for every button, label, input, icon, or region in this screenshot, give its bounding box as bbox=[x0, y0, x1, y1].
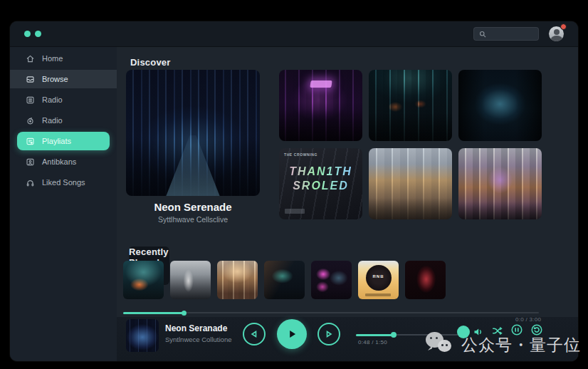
album-tile-4[interactable]: THE CROWNING THAN1TH SROLED bbox=[279, 148, 362, 219]
browse-icon bbox=[26, 75, 35, 84]
sidebar-item-label: Home bbox=[42, 54, 63, 63]
play-button[interactable] bbox=[277, 319, 307, 349]
time-total: 0:0 / 3:00 bbox=[515, 316, 541, 323]
sidebar: Home Browse Radio Radio Playliats bbox=[10, 47, 117, 361]
album-tile-1[interactable] bbox=[279, 70, 362, 141]
titlebar bbox=[10, 21, 578, 47]
album-tile-6[interactable] bbox=[458, 148, 542, 219]
search-icon bbox=[478, 30, 487, 38]
recently-played-row: RNB bbox=[123, 261, 446, 299]
sidebar-item-radio[interactable]: Radio bbox=[10, 111, 117, 130]
notification-badge bbox=[560, 24, 567, 30]
poster-title-line2: SROLED bbox=[279, 180, 362, 192]
search-input[interactable] bbox=[473, 27, 539, 41]
recent-item-5[interactable] bbox=[311, 261, 352, 299]
sidebar-item-label: Antibkans bbox=[42, 157, 76, 166]
progress-knob[interactable] bbox=[182, 311, 187, 316]
seek-knob[interactable] bbox=[391, 332, 397, 338]
seek-fill bbox=[356, 334, 394, 336]
recent-item-1[interactable] bbox=[123, 261, 164, 299]
sidebar-item-label: Liked Songs bbox=[42, 178, 85, 187]
now-playing-art[interactable] bbox=[126, 319, 159, 352]
album-grid: THE CROWNING THAN1TH SROLED bbox=[279, 70, 542, 224]
previous-icon bbox=[248, 328, 260, 340]
recent-item-2[interactable] bbox=[170, 261, 211, 299]
recent-item-3[interactable] bbox=[217, 261, 258, 299]
featured-subtitle: Syttlhwave Cellsclive bbox=[126, 215, 260, 224]
sidebar-item-label: Playliats bbox=[42, 137, 71, 145]
sidebar-item-label: Radio bbox=[42, 95, 63, 104]
now-playing-artist: Syntlnwece Collutione bbox=[165, 336, 231, 343]
now-playing-title: Neon Seranade bbox=[165, 323, 227, 333]
progress-fill bbox=[123, 312, 184, 314]
window-controls bbox=[24, 31, 41, 37]
window-control-dot-2[interactable] bbox=[35, 31, 41, 37]
discover-heading: Discover bbox=[130, 57, 171, 68]
radio-icon bbox=[26, 116, 35, 125]
sidebar-item-home[interactable]: Home bbox=[10, 49, 117, 68]
avatar[interactable] bbox=[549, 26, 564, 41]
recent-item-6[interactable]: RNB bbox=[358, 261, 399, 299]
sidebar-item-liked-songs[interactable]: Liked Songs bbox=[10, 173, 117, 192]
recent-item-4[interactable] bbox=[264, 261, 305, 299]
screenshot-canvas: Home Browse Radio Radio Playliats bbox=[0, 0, 588, 369]
next-button[interactable] bbox=[317, 323, 340, 345]
wechat-icon bbox=[426, 332, 456, 358]
previous-button[interactable] bbox=[243, 323, 266, 345]
sidebar-item-browse[interactable]: Browse bbox=[10, 70, 117, 88]
sidebar-item-label: Browse bbox=[42, 75, 68, 83]
featured-album-art[interactable] bbox=[126, 70, 260, 196]
playlist-icon bbox=[26, 137, 35, 146]
sidebar-item-label: Radio bbox=[42, 116, 63, 125]
watermark: 公众号・量子位 bbox=[426, 332, 581, 358]
main-content: Discover Neon Serenade Syttlhwave Cellsc… bbox=[117, 47, 578, 361]
play-icon bbox=[285, 328, 298, 341]
headphones-icon bbox=[26, 178, 35, 187]
featured-card[interactable]: Neon Serenade Syttlhwave Cellsclive bbox=[126, 70, 260, 224]
album-tile-3[interactable] bbox=[458, 70, 542, 141]
album-tile-5[interactable] bbox=[369, 148, 452, 219]
poster-topline: THE CROWNING bbox=[284, 152, 317, 157]
time-elapsed: 0:48 / 1:50 bbox=[358, 339, 387, 345]
next-icon bbox=[323, 328, 335, 340]
sidebar-item-artists[interactable]: Antibkans bbox=[10, 152, 117, 171]
watermark-text: 公众号・量子位 bbox=[461, 332, 581, 358]
queue-icon bbox=[26, 95, 35, 105]
vinyl-label: RNB bbox=[358, 274, 399, 279]
window-control-dot-1[interactable] bbox=[24, 31, 31, 37]
playback-progress-bar[interactable] bbox=[123, 311, 539, 315]
sidebar-item-radio-list[interactable]: Radio bbox=[10, 90, 117, 109]
sidebar-item-playlists[interactable]: Playliats bbox=[17, 132, 110, 150]
home-icon bbox=[26, 54, 35, 63]
album-tile-2[interactable] bbox=[369, 70, 452, 141]
recent-item-7[interactable] bbox=[405, 261, 446, 299]
artists-icon bbox=[26, 157, 35, 167]
poster-title-line1: THAN1TH bbox=[279, 165, 362, 178]
featured-title: Neon Serenade bbox=[126, 201, 260, 213]
app-window: Home Browse Radio Radio Playliats bbox=[10, 21, 578, 361]
